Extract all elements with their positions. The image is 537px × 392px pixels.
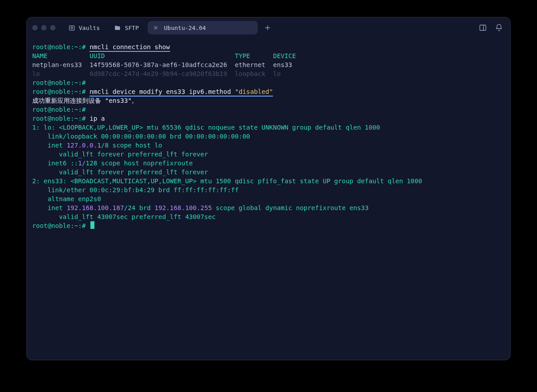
row1-type: ethernet [235, 61, 265, 68]
svg-point-1 [71, 27, 72, 29]
titlebar-right-icons [479, 24, 503, 32]
cmd-nmcli-modify: nmcli device modify ens33 ipv6.method [90, 88, 235, 97]
tab-vaults[interactable]: Vaults [63, 21, 105, 34]
col-name: NAME [32, 52, 47, 59]
row2-type: loopback [235, 70, 265, 77]
ipa-l9: altname enp2s0 [32, 195, 101, 202]
ipa-l4: valid_lft forever preferred_lft forever [32, 151, 208, 158]
cursor [90, 221, 94, 229]
maximize-window-button[interactable] [50, 25, 55, 30]
row2-uuid: 6d987cdc-247d-4e29-9b94-ca9020f63b19 [90, 70, 227, 77]
vault-icon [68, 24, 75, 31]
new-tab-button[interactable] [261, 21, 274, 34]
terminal-output[interactable]: root@noble:~:# nmcli connection show NAM… [27, 38, 510, 360]
ipa-l1: 1: lo: <LOOPBACK,UP,LOWER_UP> mtu 65536 … [32, 124, 380, 131]
prompt-hash: # [82, 43, 86, 51]
ipa-l7: 2: ens33: <BROADCAST,MULTICAST,UP,LOWER_… [32, 177, 422, 185]
row1-dev: ens33 [273, 61, 292, 68]
tab-ubuntu[interactable]: Ubuntu-24.04 [148, 21, 258, 34]
cmd-ip-a: ip a [90, 115, 105, 122]
ipa-l2: link/loopback 00:00:00:00:00:00 brd 00:0… [32, 133, 250, 140]
row1-uuid: 14f59568-5076-387a-aef6-10adfcca2e26 [90, 61, 227, 68]
tab-vaults-label: Vaults [79, 25, 100, 31]
tab-ubuntu-label: Ubuntu-24.04 [164, 25, 206, 31]
ipa-l8: link/ether 00:0c:29:bf:b4:29 brd ff:ff:f… [32, 186, 239, 194]
terminal-window: Vaults SFTP Ubuntu-24.04 [26, 17, 511, 360]
close-window-button[interactable] [32, 25, 38, 30]
col-uuid: UUID [90, 52, 105, 59]
titlebar: Vaults SFTP Ubuntu-24.04 [27, 17, 510, 38]
tab-sftp-label: SFTP [125, 25, 139, 31]
close-tab-icon[interactable] [153, 25, 158, 30]
ipa-l11: valid_lft 43007sec preferred_lft 43007se… [32, 213, 216, 220]
row1-name: netplan-ens33 [32, 61, 82, 68]
success-message: 成功重新应用连接到设备 "ens33"。 [32, 97, 138, 104]
row2-dev: lo [273, 70, 281, 77]
cmd-nmcli-show: nmcli connection show [90, 43, 170, 52]
prompt: root@noble:~ [32, 43, 78, 51]
panel-icon[interactable] [479, 24, 487, 32]
row2-name: lo [32, 70, 40, 77]
folder-icon [114, 24, 121, 31]
window-controls [32, 25, 55, 30]
svg-rect-7 [480, 25, 486, 30]
minimize-window-button[interactable] [41, 25, 47, 30]
cmd-nmcli-modify-arg: "disabled" [235, 88, 273, 97]
tab-sftp[interactable]: SFTP [109, 21, 144, 34]
col-device: DEVICE [273, 52, 296, 59]
bell-icon[interactable] [495, 24, 503, 32]
ipa-l6: valid_lft forever preferred_lft forever [32, 169, 208, 176]
col-type: TYPE [235, 52, 250, 59]
